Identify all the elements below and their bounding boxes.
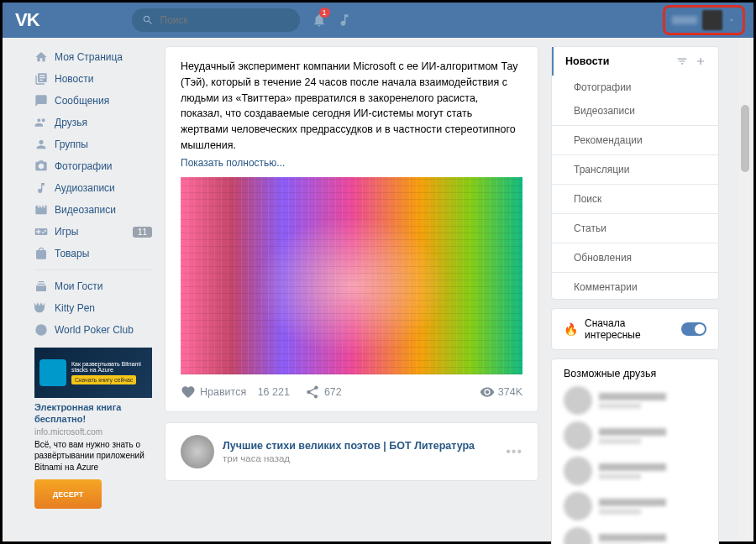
friend-suggestion[interactable] — [564, 527, 706, 544]
filter-updates[interactable]: Обновления — [552, 246, 718, 269]
svg-point-0 — [35, 324, 46, 335]
nav-games[interactable]: Игры11 — [34, 221, 152, 243]
friend-suggestion[interactable] — [564, 492, 706, 520]
main-feed: Неудачный эксперимент компании Microsoft… — [165, 46, 538, 533]
ad-domain: info.microsoft.com — [34, 427, 152, 437]
nav-photos[interactable]: Фотографии — [34, 155, 152, 177]
views-count: 374K — [480, 384, 522, 400]
filter-videos[interactable]: Видеозаписи — [552, 99, 718, 123]
post-timestamp: три часа назад — [223, 453, 475, 463]
nav-news[interactable]: Новости — [34, 68, 152, 90]
share-icon — [305, 384, 320, 400]
nav-goods[interactable]: Товары — [34, 243, 152, 264]
ad-title: Электронная книга бесплатно! — [34, 401, 152, 426]
nav-separator — [34, 269, 152, 270]
eye-icon — [480, 384, 495, 400]
scrollbar[interactable] — [739, 38, 751, 539]
friend-suggestion[interactable] — [564, 421, 706, 450]
filter-tab-news[interactable]: Новости — [552, 47, 718, 76]
like-button[interactable]: Нравится 16 221 — [181, 384, 290, 400]
filter-articles[interactable]: Статьи — [552, 217, 718, 240]
friend-suggestion[interactable] — [564, 386, 706, 415]
filter-search[interactable]: Поиск — [552, 187, 718, 211]
filter-comments[interactable]: Комментарии — [552, 275, 718, 299]
ad-dessert[interactable]: ДЕСЕРТ — [34, 479, 102, 509]
fire-icon: 🔥 — [564, 322, 578, 336]
post-author-link[interactable]: Лучшие стихи великих поэтов | БОТ Литера… — [223, 440, 475, 452]
app-poker[interactable]: World Poker Club — [34, 319, 152, 341]
search-input[interactable] — [160, 14, 290, 26]
nav-audio[interactable]: Аудиозаписи — [34, 177, 152, 199]
nav-messages[interactable]: Сообщения — [34, 90, 152, 112]
filter-recommendations[interactable]: Рекомендации — [552, 128, 718, 152]
post-avatar[interactable] — [181, 435, 214, 468]
nav-friends[interactable]: Друзья — [34, 112, 152, 133]
search-icon — [142, 14, 154, 26]
post-1: Неудачный эксперимент компании Microsoft… — [165, 46, 538, 412]
left-nav: Моя Страница Новости Сообщения Друзья Гр… — [34, 46, 152, 533]
sort-label: Сначала интересные — [585, 317, 675, 341]
right-sidebar: Новости Фотографии Видеозаписи Рекоменда… — [551, 46, 719, 533]
chevron-down-icon — [727, 16, 736, 24]
ad-block[interactable]: Как развертывать Bitnami stacks на Azure… — [34, 348, 152, 509]
plus-icon[interactable] — [695, 55, 706, 67]
app-kitty[interactable]: Kitty Pen — [34, 297, 152, 319]
nav-groups[interactable]: Группы — [34, 133, 152, 155]
app-guests[interactable]: Мои Гости — [34, 275, 152, 297]
show-more-link[interactable]: Показать полностью... — [181, 157, 522, 169]
search-box[interactable] — [132, 8, 300, 32]
filter-icon[interactable] — [676, 55, 688, 67]
share-button[interactable]: 672 — [305, 384, 342, 400]
friends-title: Возможные друзья — [564, 368, 706, 379]
filter-streams[interactable]: Трансляции — [552, 158, 718, 181]
notif-badge: 1 — [319, 8, 330, 18]
topbar: VK 1 — [3, 3, 753, 38]
post-image[interactable] — [181, 177, 522, 374]
ad-image: Как развертывать Bitnami stacks на Azure… — [34, 348, 152, 398]
sort-box: 🔥 Сначала интересные — [551, 308, 719, 350]
games-count-badge: 11 — [133, 227, 152, 238]
nav-video[interactable]: Видеозаписи — [34, 199, 152, 221]
nav-my-page[interactable]: Моя Страница — [34, 46, 152, 68]
profile-avatar — [702, 10, 722, 30]
possible-friends: Возможные друзья 1 — [551, 358, 719, 544]
notifications-icon[interactable]: 1 — [307, 8, 332, 33]
heart-icon — [181, 384, 196, 400]
friend-suggestion[interactable] — [564, 457, 706, 485]
filter-photos[interactable]: Фотографии — [552, 76, 718, 99]
news-filters: Новости Фотографии Видеозаписи Рекоменда… — [551, 46, 719, 300]
profile-menu[interactable] — [663, 5, 745, 35]
sort-toggle[interactable] — [681, 322, 706, 336]
profile-name-blur — [672, 16, 697, 24]
music-icon[interactable] — [332, 8, 357, 33]
ad-description: Всё, что вам нужно знать о развёртывании… — [34, 439, 152, 473]
post-footer: Нравится 16 221 672 374K — [181, 384, 522, 400]
scroll-thumb[interactable] — [741, 105, 749, 172]
post-text: Неудачный эксперимент компании Microsoft… — [181, 59, 522, 154]
vk-logo[interactable]: VK — [15, 9, 39, 31]
post-2: Лучшие стихи великих поэтов | БОТ Литера… — [165, 422, 538, 481]
post-more-icon[interactable]: ••• — [506, 444, 522, 459]
